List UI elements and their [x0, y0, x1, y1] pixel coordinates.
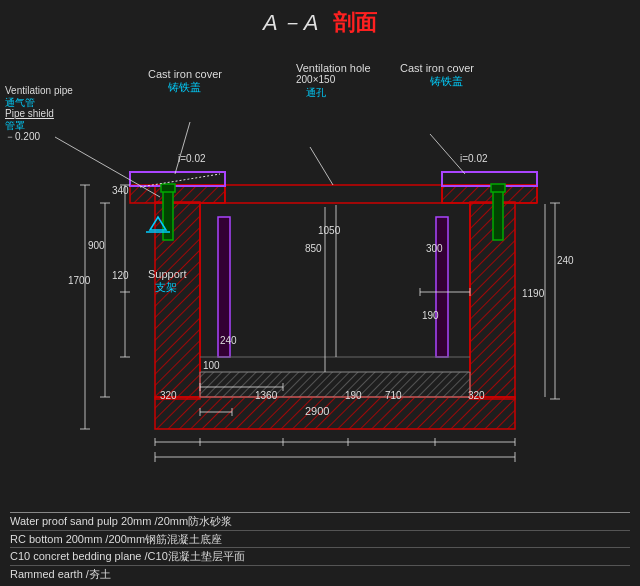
- dim-100: 100: [203, 360, 220, 371]
- cast-iron-cover-right-en: Cast iron cover: [400, 62, 474, 74]
- dim-300: 300: [426, 243, 443, 254]
- title-en: A－A: [263, 10, 320, 35]
- dim-900: 900: [88, 240, 105, 251]
- svg-line-70: [55, 137, 160, 197]
- dim-120: 120: [112, 270, 129, 281]
- dim-340: 340: [112, 185, 129, 196]
- cast-iron-cover-left-en: Cast iron cover: [148, 68, 222, 80]
- svg-line-71: [175, 122, 190, 174]
- note-4: Rammed earth /夯土: [10, 565, 630, 583]
- dim-320-left: 320: [160, 390, 177, 401]
- dim-240-right: 240: [557, 255, 574, 266]
- dim-1190: 1190: [522, 288, 544, 299]
- pipe-shield-val: －0.200: [5, 130, 40, 144]
- technical-drawing: [0, 42, 640, 492]
- ventilation-hole-cn: 通孔: [306, 86, 326, 100]
- slope-right-label: i=0.02: [460, 153, 488, 164]
- svg-rect-9: [442, 185, 537, 203]
- dim-190-bot: 190: [345, 390, 362, 401]
- pipe-shield-label-en: Pipe shield: [5, 108, 54, 119]
- note-1: Water proof sand pulp 20mm /20mm防水砂浆: [10, 512, 630, 530]
- svg-rect-25: [161, 184, 175, 192]
- svg-rect-15: [225, 185, 442, 203]
- svg-line-72: [310, 147, 333, 185]
- dim-2900: 2900: [305, 405, 329, 417]
- dim-320-right: 320: [468, 390, 485, 401]
- svg-rect-26: [493, 190, 503, 240]
- dim-850: 850: [305, 243, 322, 254]
- cast-iron-cover-left-cn: 铸铁盖: [168, 80, 201, 95]
- note-2: RC bottom 200mm /200mm钢筋混凝土底座: [10, 530, 630, 548]
- title-area: A－A 剖面: [0, 0, 640, 42]
- dim-710: 710: [385, 390, 402, 401]
- svg-rect-2: [155, 397, 515, 429]
- page: A－A 剖面: [0, 0, 640, 586]
- dim-190-inner: 190: [422, 310, 439, 321]
- svg-rect-22: [130, 172, 225, 186]
- support-label-cn: 支架: [155, 280, 177, 295]
- support-label-en: Support: [148, 268, 187, 280]
- dim-1360: 1360: [255, 390, 277, 401]
- ventilation-hole-en: Ventilation hole: [296, 62, 371, 74]
- ventilation-hole-dim: 200×150: [296, 74, 335, 85]
- cast-iron-cover-right-cn: 铸铁盖: [430, 74, 463, 89]
- dim-1700: 1700: [68, 275, 90, 286]
- svg-rect-23: [442, 172, 537, 186]
- slope-left-label: i=0.02: [178, 153, 206, 164]
- dim-1050: 1050: [318, 225, 340, 236]
- svg-rect-10: [200, 372, 470, 397]
- notes-area: Water proof sand pulp 20mm /20mm防水砂浆 RC …: [0, 508, 640, 586]
- svg-rect-30: [436, 217, 448, 357]
- title-cn: 剖面: [333, 10, 377, 35]
- dim-240-left: 240: [220, 335, 237, 346]
- note-3: C10 concret bedding plane /C10混凝土垫层平面: [10, 547, 630, 565]
- svg-rect-27: [491, 184, 505, 192]
- ventilation-pipe-label-en: Ventilation pipe: [5, 85, 73, 96]
